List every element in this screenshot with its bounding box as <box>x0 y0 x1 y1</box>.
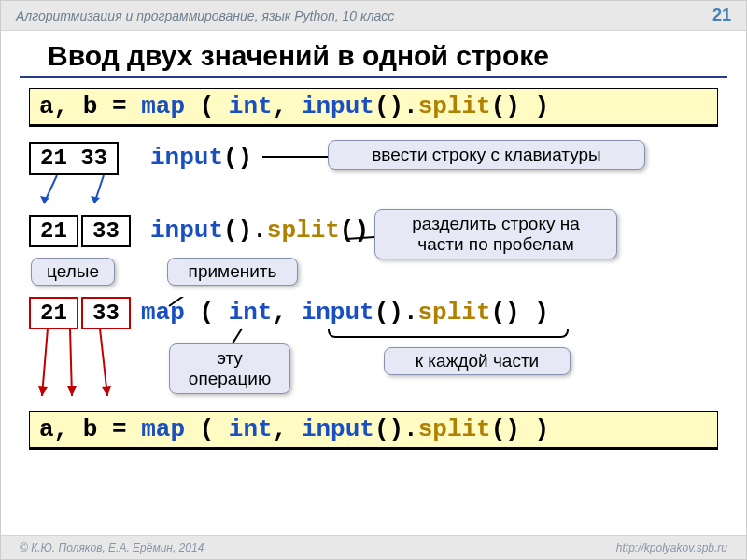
code-frag: () ) <box>491 299 549 327</box>
copyright: © К.Ю. Поляков, Е.А. Ерёмин, 2014 <box>20 541 204 554</box>
code-step2: input().split() <box>150 217 369 245</box>
callout-each: к каждой части <box>384 347 571 375</box>
svg-line-1 <box>44 175 57 203</box>
code-frag: , <box>273 415 302 443</box>
code-frag: (). <box>374 415 418 443</box>
step-2: 21 33 input().split() разделить строку н… <box>29 215 718 289</box>
code-frag: , <box>272 299 301 327</box>
topbar: Алгоритмизация и программирование, язык … <box>1 1 746 31</box>
code-bottom: a, b = map ( int, input().split() ) <box>29 411 718 450</box>
code-frag: map <box>141 415 185 443</box>
value-box: 33 <box>81 297 131 329</box>
code-frag: , <box>273 92 302 120</box>
code-frag: ( <box>185 92 229 120</box>
footer: © К.Ю. Поляков, Е.А. Ерёмин, 2014 http:/… <box>1 535 746 559</box>
code-top: a, b = map ( int, input().split() ) <box>29 88 718 127</box>
code-frag: split <box>418 92 491 120</box>
code-frag: input <box>150 144 223 172</box>
step-1: 21 33 input() ввести строку с клавиатуры <box>29 142 718 207</box>
brace-icon <box>328 329 569 338</box>
code-frag: (). <box>223 217 267 245</box>
code-frag: ( <box>185 299 229 327</box>
value-box: 21 <box>29 215 78 247</box>
content: a, b = map ( int, input().split() ) 21 3… <box>1 88 746 450</box>
code-frag: () ) <box>491 415 549 443</box>
svg-line-10 <box>100 329 107 396</box>
code-frag: input <box>302 92 374 120</box>
svg-line-8 <box>70 329 72 396</box>
value-box: 33 <box>81 215 131 247</box>
code-frag: () ) <box>491 92 549 120</box>
callout-apply: применить <box>167 258 298 286</box>
callout-split: разделить строку на части по пробелам <box>374 209 617 259</box>
svg-marker-4 <box>91 196 100 203</box>
code-frag: int <box>229 415 273 443</box>
code-frag: input <box>302 299 374 327</box>
code-frag: () <box>340 217 369 245</box>
code-frag: ( <box>185 415 229 443</box>
svg-marker-7 <box>38 386 48 396</box>
code-step1: input() <box>150 144 252 172</box>
svg-marker-11 <box>102 386 111 396</box>
course-title: Алгоритмизация и программирование, язык … <box>16 8 394 23</box>
svg-line-3 <box>94 175 104 203</box>
code-frag: int <box>229 92 273 120</box>
code-frag: split <box>267 217 340 245</box>
callout-op: эту операцию <box>169 343 290 394</box>
code-frag: int <box>229 299 273 327</box>
step-3: 21 33 map ( int, input().split() ) эту о… <box>29 297 718 399</box>
code-step3: map ( int, input().split() ) <box>141 299 549 327</box>
code-frag: map <box>141 299 185 327</box>
code-frag: () <box>223 144 252 172</box>
code-frag: input <box>150 217 223 245</box>
footer-url: http://kpolyakov.spb.ru <box>616 541 727 554</box>
svg-marker-9 <box>67 386 77 396</box>
code-frag: split <box>418 415 491 443</box>
callout-input: ввести строку с клавиатуры <box>328 140 645 170</box>
code-frag: a, b = <box>39 415 141 443</box>
code-frag: map <box>141 92 185 120</box>
svg-line-6 <box>42 329 48 396</box>
value-box: 21 <box>29 297 78 329</box>
svg-marker-2 <box>40 196 49 203</box>
slide: Алгоритмизация и программирование, язык … <box>0 0 747 560</box>
code-frag: (). <box>374 92 418 120</box>
value-box: 21 33 <box>29 142 119 175</box>
svg-line-13 <box>233 329 242 343</box>
code-frag: split <box>417 299 490 327</box>
code-frag: a, b = <box>39 92 141 120</box>
callout-int: целые <box>31 258 115 286</box>
code-frag: (). <box>374 299 418 327</box>
code-frag: input <box>302 415 374 443</box>
page-number: 21 <box>712 6 731 25</box>
slide-title: Ввод двух значений в одной строке <box>20 31 727 78</box>
